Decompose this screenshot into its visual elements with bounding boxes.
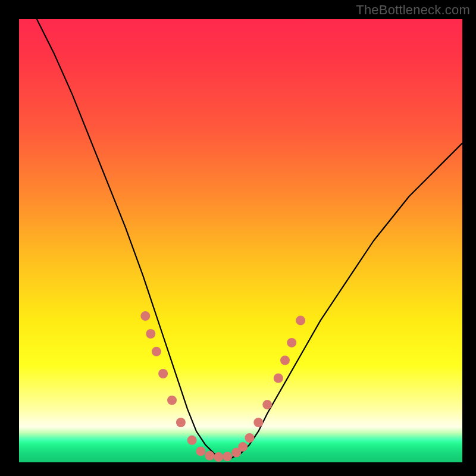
bottleneck-curve xyxy=(37,19,462,458)
highlight-dot xyxy=(214,452,223,462)
highlight-dot xyxy=(146,329,155,339)
highlight-dot xyxy=(296,316,305,325)
watermark-text: TheBottleneck.com xyxy=(356,2,470,18)
highlight-dot xyxy=(196,446,205,456)
highlight-dot xyxy=(167,396,177,405)
highlight-dot xyxy=(176,418,186,427)
highlight-dot xyxy=(287,338,296,347)
highlight-dot xyxy=(158,369,168,378)
highlight-dot xyxy=(262,400,272,409)
highlight-dot xyxy=(140,311,150,321)
highlight-dot xyxy=(187,436,197,445)
highlight-dot xyxy=(223,452,232,461)
plot-area xyxy=(19,19,462,462)
bottleneck-curve-svg xyxy=(19,19,462,462)
highlight-dot xyxy=(274,374,283,383)
highlight-dot xyxy=(245,433,254,443)
highlight-dot xyxy=(205,451,214,461)
highlight-dot xyxy=(152,347,161,356)
chart-frame: TheBottleneck.com xyxy=(0,0,476,476)
highlight-dots-group xyxy=(140,311,305,462)
highlight-dot xyxy=(280,356,290,365)
highlight-dot xyxy=(238,442,248,452)
highlight-dot xyxy=(253,418,263,427)
